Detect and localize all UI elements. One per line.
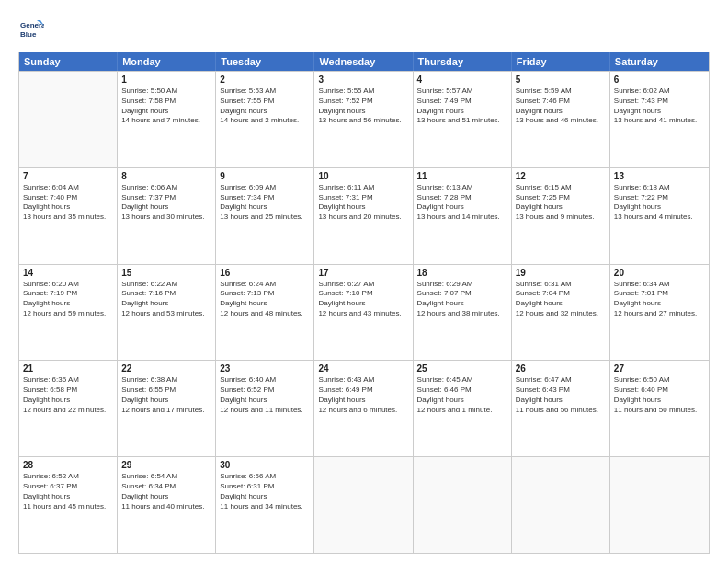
day-number: 4	[417, 75, 507, 85]
cal-cell	[19, 72, 118, 167]
day-number: 21	[23, 363, 113, 373]
calendar-body: 1Sunrise: 5:50 AMSunset: 7:58 PMDaylight…	[19, 71, 709, 553]
cal-cell	[610, 457, 709, 553]
header: General Blue	[18, 17, 710, 42]
cal-cell: 4Sunrise: 5:57 AMSunset: 7:49 PMDaylight…	[414, 72, 512, 167]
day-info: Sunrise: 5:53 AMSunset: 7:55 PMDaylight …	[220, 86, 310, 126]
day-info: Sunrise: 6:43 AMSunset: 6:49 PMDaylight …	[318, 375, 408, 415]
cal-cell: 3Sunrise: 5:55 AMSunset: 7:52 PMDaylight…	[314, 72, 413, 167]
cal-header-wednesday: Wednesday	[314, 52, 413, 71]
day-number: 2	[220, 75, 310, 85]
cal-cell: 8Sunrise: 6:06 AMSunset: 7:37 PMDaylight…	[118, 168, 216, 264]
logo-icon: General Blue	[18, 17, 44, 42]
day-number: 20	[614, 268, 705, 278]
day-number: 9	[220, 171, 310, 181]
day-info: Sunrise: 6:52 AMSunset: 6:37 PMDaylight …	[23, 472, 113, 511]
cal-header-sunday: Sunday	[19, 52, 118, 71]
page: General Blue SundayMondayTuesdayWednesda…	[0, 0, 728, 563]
day-number: 16	[220, 268, 310, 278]
cal-header-monday: Monday	[118, 52, 216, 71]
cal-cell: 9Sunrise: 6:09 AMSunset: 7:34 PMDaylight…	[216, 168, 314, 264]
cal-cell: 16Sunrise: 6:24 AMSunset: 7:13 PMDayligh…	[216, 265, 314, 361]
day-number: 28	[23, 460, 113, 470]
svg-text:Blue: Blue	[20, 30, 37, 39]
day-info: Sunrise: 6:13 AMSunset: 7:28 PMDaylight …	[417, 183, 507, 223]
cal-row-4: 28Sunrise: 6:52 AMSunset: 6:37 PMDayligh…	[19, 456, 709, 553]
cal-cell: 12Sunrise: 6:15 AMSunset: 7:25 PMDayligh…	[512, 168, 610, 264]
cal-cell: 17Sunrise: 6:27 AMSunset: 7:10 PMDayligh…	[314, 265, 413, 361]
cal-row-3: 21Sunrise: 6:36 AMSunset: 6:58 PMDayligh…	[19, 360, 709, 456]
cal-header-saturday: Saturday	[610, 52, 709, 71]
day-info: Sunrise: 6:54 AMSunset: 6:34 PMDaylight …	[121, 472, 211, 511]
day-info: Sunrise: 5:55 AMSunset: 7:52 PMDaylight …	[318, 86, 408, 126]
cal-cell: 26Sunrise: 6:47 AMSunset: 6:43 PMDayligh…	[512, 361, 610, 456]
day-number: 15	[121, 268, 211, 278]
day-info: Sunrise: 6:36 AMSunset: 6:58 PMDaylight …	[23, 375, 113, 415]
cal-header-friday: Friday	[512, 52, 610, 71]
day-number: 7	[23, 171, 113, 181]
day-info: Sunrise: 6:15 AMSunset: 7:25 PMDaylight …	[516, 183, 606, 223]
day-info: Sunrise: 6:02 AMSunset: 7:43 PMDaylight …	[614, 86, 705, 126]
cal-cell: 13Sunrise: 6:18 AMSunset: 7:22 PMDayligh…	[610, 168, 709, 264]
day-number: 26	[516, 363, 606, 373]
day-number: 5	[516, 75, 606, 85]
cal-cell: 7Sunrise: 6:04 AMSunset: 7:40 PMDaylight…	[19, 168, 118, 264]
cal-cell: 27Sunrise: 6:50 AMSunset: 6:40 PMDayligh…	[610, 361, 709, 456]
day-info: Sunrise: 6:22 AMSunset: 7:16 PMDaylight …	[121, 280, 211, 319]
day-info: Sunrise: 5:50 AMSunset: 7:58 PMDaylight …	[121, 86, 211, 126]
day-info: Sunrise: 6:40 AMSunset: 6:52 PMDaylight …	[220, 375, 310, 415]
day-info: Sunrise: 6:45 AMSunset: 6:46 PMDaylight …	[417, 375, 507, 415]
day-info: Sunrise: 6:31 AMSunset: 7:04 PMDaylight …	[516, 280, 606, 319]
cal-header-thursday: Thursday	[414, 52, 512, 71]
cal-header-tuesday: Tuesday	[216, 52, 314, 71]
cal-cell: 18Sunrise: 6:29 AMSunset: 7:07 PMDayligh…	[414, 265, 512, 361]
cal-cell: 24Sunrise: 6:43 AMSunset: 6:49 PMDayligh…	[314, 361, 413, 456]
day-info: Sunrise: 5:59 AMSunset: 7:46 PMDaylight …	[516, 86, 606, 126]
cal-cell: 30Sunrise: 6:56 AMSunset: 6:31 PMDayligh…	[216, 457, 314, 553]
cal-cell	[414, 457, 512, 553]
day-info: Sunrise: 6:11 AMSunset: 7:31 PMDaylight …	[318, 183, 408, 223]
day-number: 14	[23, 268, 113, 278]
day-info: Sunrise: 5:57 AMSunset: 7:49 PMDaylight …	[417, 86, 507, 126]
day-number: 1	[121, 75, 211, 85]
cal-cell	[512, 457, 610, 553]
cal-cell: 20Sunrise: 6:34 AMSunset: 7:01 PMDayligh…	[610, 265, 709, 361]
day-info: Sunrise: 6:04 AMSunset: 7:40 PMDaylight …	[23, 183, 113, 223]
day-info: Sunrise: 6:34 AMSunset: 7:01 PMDaylight …	[614, 280, 705, 319]
day-number: 27	[614, 363, 705, 373]
logo: General Blue	[18, 17, 48, 42]
day-info: Sunrise: 6:38 AMSunset: 6:55 PMDaylight …	[121, 375, 211, 415]
day-info: Sunrise: 6:29 AMSunset: 7:07 PMDaylight …	[417, 280, 507, 319]
day-info: Sunrise: 6:06 AMSunset: 7:37 PMDaylight …	[121, 183, 211, 223]
day-number: 24	[318, 363, 408, 373]
cal-cell: 19Sunrise: 6:31 AMSunset: 7:04 PMDayligh…	[512, 265, 610, 361]
cal-cell: 1Sunrise: 5:50 AMSunset: 7:58 PMDaylight…	[118, 72, 216, 167]
cal-cell: 10Sunrise: 6:11 AMSunset: 7:31 PMDayligh…	[314, 168, 413, 264]
day-info: Sunrise: 6:20 AMSunset: 7:19 PMDaylight …	[23, 280, 113, 319]
cal-cell: 23Sunrise: 6:40 AMSunset: 6:52 PMDayligh…	[216, 361, 314, 456]
day-info: Sunrise: 6:50 AMSunset: 6:40 PMDaylight …	[614, 375, 705, 415]
day-number: 23	[220, 363, 310, 373]
cal-cell: 14Sunrise: 6:20 AMSunset: 7:19 PMDayligh…	[19, 265, 118, 361]
day-number: 12	[516, 171, 606, 181]
cal-cell: 5Sunrise: 5:59 AMSunset: 7:46 PMDaylight…	[512, 72, 610, 167]
cal-cell	[314, 457, 413, 553]
day-number: 29	[121, 460, 211, 470]
day-number: 13	[614, 171, 705, 181]
day-number: 30	[220, 460, 310, 470]
day-number: 11	[417, 171, 507, 181]
day-info: Sunrise: 6:18 AMSunset: 7:22 PMDaylight …	[614, 183, 705, 223]
calendar-header: SundayMondayTuesdayWednesdayThursdayFrid…	[19, 52, 709, 71]
day-info: Sunrise: 6:09 AMSunset: 7:34 PMDaylight …	[220, 183, 310, 223]
cal-cell: 29Sunrise: 6:54 AMSunset: 6:34 PMDayligh…	[118, 457, 216, 553]
day-info: Sunrise: 6:56 AMSunset: 6:31 PMDaylight …	[220, 472, 310, 511]
day-number: 17	[318, 268, 408, 278]
day-number: 3	[318, 75, 408, 85]
day-info: Sunrise: 6:47 AMSunset: 6:43 PMDaylight …	[516, 375, 606, 415]
cal-cell: 22Sunrise: 6:38 AMSunset: 6:55 PMDayligh…	[118, 361, 216, 456]
cal-row-0: 1Sunrise: 5:50 AMSunset: 7:58 PMDaylight…	[19, 71, 709, 167]
day-number: 10	[318, 171, 408, 181]
cal-cell: 28Sunrise: 6:52 AMSunset: 6:37 PMDayligh…	[19, 457, 118, 553]
cal-cell: 11Sunrise: 6:13 AMSunset: 7:28 PMDayligh…	[414, 168, 512, 264]
cal-cell: 2Sunrise: 5:53 AMSunset: 7:55 PMDaylight…	[216, 72, 314, 167]
